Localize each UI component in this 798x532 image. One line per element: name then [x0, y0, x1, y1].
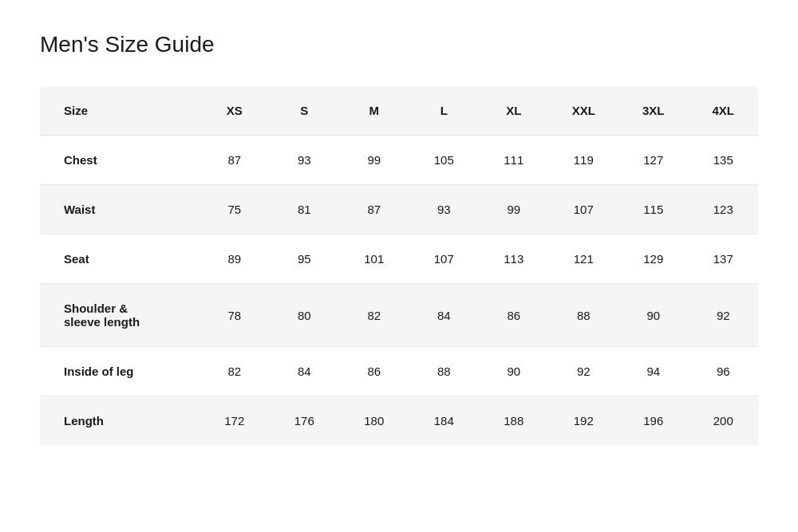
- table-cell: 99: [339, 136, 409, 185]
- table-cell: 80: [270, 284, 340, 347]
- table-row: Shoulder &sleeve length7880828486889092: [40, 284, 758, 347]
- table-cell: 92: [689, 284, 759, 347]
- table-cell: 82: [339, 284, 409, 347]
- table-cell: 107: [549, 185, 619, 234]
- table-cell: 87: [200, 136, 270, 185]
- table-cell: 113: [479, 234, 549, 284]
- table-cell: 90: [618, 284, 689, 347]
- column-header-m: M: [339, 86, 409, 136]
- table-cell: 111: [479, 136, 549, 185]
- table-cell: 96: [689, 347, 759, 396]
- row-label-chest: Chest: [40, 136, 200, 185]
- table-cell: 84: [409, 284, 480, 347]
- table-row: Inside of leg8284868890929496: [40, 347, 758, 396]
- table-cell: 135: [689, 136, 759, 185]
- table-cell: 99: [479, 185, 549, 234]
- table-cell: 200: [689, 396, 759, 446]
- table-cell: 196: [618, 396, 689, 446]
- column-header-3xl: 3XL: [618, 86, 689, 136]
- column-header-l: L: [409, 86, 480, 136]
- table-cell: 86: [339, 347, 409, 396]
- table-cell: 95: [270, 234, 340, 284]
- table-row: Seat8995101107113121129137: [40, 234, 758, 284]
- table-cell: 90: [479, 347, 549, 396]
- table-row: Length172176180184188192196200: [40, 396, 758, 446]
- table-body: Chest879399105111119127135Waist758187939…: [40, 136, 758, 446]
- column-header-xl: XL: [479, 86, 549, 136]
- column-header-xs: XS: [200, 86, 270, 136]
- table-cell: 184: [409, 396, 480, 446]
- table-cell: 192: [549, 396, 619, 446]
- table-cell: 107: [409, 234, 480, 284]
- table-cell: 88: [409, 347, 480, 396]
- table-cell: 137: [689, 234, 759, 284]
- table-cell: 180: [339, 396, 409, 446]
- table-cell: 78: [200, 284, 270, 347]
- table-cell: 82: [200, 347, 270, 396]
- table-cell: 88: [549, 284, 619, 347]
- table-cell: 101: [339, 234, 409, 284]
- table-cell: 89: [200, 234, 270, 284]
- table-cell: 105: [409, 136, 480, 185]
- table-cell: 123: [689, 185, 759, 234]
- table-cell: 176: [270, 396, 340, 446]
- table-cell: 81: [270, 185, 340, 234]
- row-label-length: Length: [40, 396, 200, 446]
- column-header-size: Size: [40, 86, 200, 136]
- column-header-s: S: [270, 86, 340, 136]
- table-row: Chest879399105111119127135: [40, 136, 758, 185]
- table-cell: 127: [618, 136, 689, 185]
- table-row: Waist7581879399107115123: [40, 185, 758, 234]
- column-header-4xl: 4XL: [689, 86, 759, 136]
- table-cell: 84: [270, 347, 340, 396]
- size-guide-table: SizeXSSMLXLXXL3XL4XL Chest87939910511111…: [40, 86, 758, 445]
- table-cell: 93: [409, 185, 480, 234]
- table-cell: 121: [549, 234, 619, 284]
- table-cell: 188: [479, 396, 549, 446]
- table-cell: 75: [200, 185, 270, 234]
- row-label-seat: Seat: [40, 234, 200, 284]
- table-header-row: SizeXSSMLXLXXL3XL4XL: [40, 86, 758, 136]
- table-cell: 86: [479, 284, 549, 347]
- table-cell: 94: [618, 347, 689, 396]
- column-header-xxl: XXL: [549, 86, 619, 136]
- table-cell: 172: [200, 396, 270, 446]
- size-guide-table-wrapper: SizeXSSMLXLXXL3XL4XL Chest87939910511111…: [40, 86, 758, 445]
- row-label-inside-of-leg: Inside of leg: [40, 347, 200, 396]
- table-cell: 115: [618, 185, 689, 234]
- table-cell: 93: [270, 136, 340, 185]
- table-cell: 87: [339, 185, 409, 234]
- page-title: Men's Size Guide: [40, 32, 758, 57]
- table-cell: 119: [549, 136, 619, 185]
- row-label-shoulder---sleeve-length: Shoulder &sleeve length: [40, 284, 200, 347]
- row-label-waist: Waist: [40, 185, 200, 234]
- table-cell: 129: [618, 234, 689, 284]
- table-cell: 92: [549, 347, 619, 396]
